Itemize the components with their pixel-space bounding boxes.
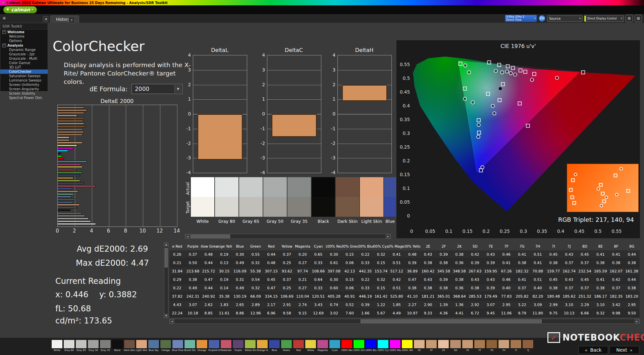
sidebar-item-spectral-power-dist[interactable]: Spectral Power Dist. [0, 96, 48, 100]
bottom-swatch-foliage[interactable]: Foliage [160, 340, 171, 352]
sidebar-item-screen-uniformity[interactable]: Screen Uniformity [0, 83, 48, 87]
bottom-swatch-2f[interactable]: 2F [426, 340, 437, 352]
sidebar-collapse-button[interactable]: ◀ [43, 16, 48, 22]
bottom-swatch-moderate-red[interactable]: Moderate Red [220, 340, 232, 352]
strip-scrollbar[interactable]: ◄ ► [185, 234, 391, 239]
bottom-swatch-7e[interactable]: 7E [462, 340, 473, 352]
gear-icon[interactable]: ⚙ [626, 15, 633, 22]
scroll-right-icon[interactable]: ► [386, 234, 390, 239]
bottom-swatch-yellow-green[interactable]: Yellow Green [245, 340, 256, 352]
patch-swatch-dark-skin[interactable]: Dark Skin [336, 177, 359, 224]
scroll-track[interactable] [174, 319, 635, 323]
bottom-swatch-purplish-blue[interactable]: Purplish Blue [208, 340, 220, 352]
scroll-left-icon[interactable]: ◄ [185, 234, 190, 239]
bottom-swatch-gray-35[interactable]: Gray 35 [100, 340, 111, 352]
display-control-dropdown[interactable]: Direct Display Control ▾ [584, 15, 624, 22]
bottom-swatch-blue-flower[interactable]: Blue Flower [172, 340, 183, 352]
sidebar-item-dynamic-range[interactable]: Dynamic Range [0, 48, 48, 52]
bottom-swatch-7g[interactable]: 7G [486, 340, 497, 352]
pin-icon[interactable]: ◉ [3, 16, 6, 20]
scroll-track[interactable] [190, 234, 386, 239]
bottom-swatch-100-yellow[interactable]: 100% Yellow [401, 340, 413, 352]
bottom-swatch-7f[interactable]: 7F [474, 340, 485, 352]
source-dropdown[interactable]: Source ▾ [547, 15, 583, 22]
scroll-thumb[interactable] [361, 319, 542, 323]
sidebar-item-screen-angularity[interactable]: Screen Angularity [0, 87, 48, 91]
calman-menu-button[interactable]: ❖ calman ▾ [3, 6, 37, 13]
bottom-swatch-100-green[interactable]: 100% Green [353, 340, 365, 352]
scroll-left-icon[interactable]: ◄ [170, 319, 174, 323]
bottom-swatch-gray-80[interactable]: Gray 80 [63, 340, 75, 352]
bottom-swatch-100-blue[interactable]: 100% Blue [365, 340, 377, 352]
collapse-expander-icon[interactable]: − [2, 44, 6, 47]
bottom-swatch-red[interactable]: Red [293, 340, 304, 352]
scroll-up-icon[interactable]: ▲ [164, 243, 168, 247]
bottom-swatch-light-skin[interactable]: Light Skin [136, 340, 147, 352]
sidebar-item-color-gamut[interactable]: Color Gamut [0, 61, 48, 65]
maximize-button[interactable]: ▢ [633, 1, 636, 4]
bottom-swatch-yellow[interactable]: Yellow [305, 340, 316, 352]
patch-swatch-blue[interactable]: Blue [384, 177, 396, 224]
table-cell: 0.51 [530, 275, 546, 284]
patch-swatch-gray-50[interactable]: Gray 50 [263, 177, 287, 224]
bottom-swatch-5d[interactable]: 5D [450, 340, 461, 352]
add-tab-button[interactable]: + [68, 17, 75, 23]
sidebar-item-screen-stability[interactable]: Screen Stability [0, 91, 48, 96]
collapse-expander-icon[interactable]: − [2, 30, 6, 34]
bottom-swatch-cyan[interactable]: Cyan [329, 340, 340, 352]
bottom-swatch-purple[interactable]: Purple [232, 340, 244, 352]
patch-swatch-gray-35[interactable]: Gray 35 [287, 177, 311, 224]
bottom-swatch-black[interactable]: Black [112, 340, 123, 352]
meter-dropdown[interactable]: X-Rite i1Pro 2 Direct View ▾ [505, 15, 537, 22]
table-vertical-scrollbar[interactable]: ▲ ▼ [164, 242, 168, 318]
bottom-swatch-orange-yellow[interactable]: Orange Yellow [257, 340, 268, 352]
bottom-swatch-bluish-green[interactable]: Bluish Green [184, 340, 196, 352]
sidebar-item-welcome[interactable]: Welcome [0, 34, 48, 39]
bottom-swatch-blue-sky[interactable]: Blue Sky [148, 340, 159, 352]
scroll-thumb[interactable] [191, 235, 230, 238]
back-button[interactable]: « Back [578, 346, 608, 354]
bottom-swatch-100-cyan[interactable]: 100% Cyan [377, 340, 389, 352]
scroll-down-icon[interactable]: ▼ [164, 314, 168, 318]
tree-section-analysis[interactable]: −Analysis [0, 43, 48, 48]
bottom-swatch-green[interactable]: Green [281, 340, 292, 352]
minimize-button[interactable]: – [628, 1, 629, 4]
bottom-swatch-100-red[interactable]: 100% Red [341, 340, 353, 352]
bottom-swatch-magenta[interactable]: Magenta [317, 340, 328, 352]
bottom-swatch-7j[interactable]: 7J [522, 340, 534, 352]
bottom-swatch-2k[interactable]: 2K [438, 340, 449, 352]
tree-section-welcome[interactable]: −Welcome [0, 30, 48, 34]
de-formula-dropdown[interactable]: 2000 ▼ [131, 84, 182, 94]
bottom-swatch-blue[interactable]: Blue [269, 340, 280, 352]
bottom-swatch-gray-65[interactable]: Gray 65 [75, 340, 87, 352]
close-button[interactable]: ✕ [639, 1, 642, 4]
sidebar-item-grayscale-2pt[interactable]: Grayscale - 2pt [0, 52, 48, 56]
bottom-swatch-dark-skin[interactable]: Dark Skin [124, 340, 135, 352]
scroll-thumb[interactable] [165, 248, 168, 267]
patch-swatch-black[interactable]: Black [312, 177, 335, 224]
table-horizontal-scrollbar[interactable]: ◄ ► [169, 319, 640, 324]
sidebar-item-saturation-sweeps[interactable]: Saturation Sweeps [0, 74, 48, 78]
sidebar-item-luminance-sweeps[interactable]: Luminance Sweeps [0, 78, 48, 83]
patch-swatch-gray-80[interactable]: Gray 80 [215, 177, 238, 224]
bottom-swatch-7h[interactable]: 7H [498, 340, 509, 352]
sidebar-item-3d-lut[interactable]: 3D LUT [0, 65, 48, 69]
bottom-swatch-gray-50[interactable]: Gray 50 [88, 340, 99, 352]
bottom-swatch-white[interactable]: White [51, 340, 63, 352]
bottom-swatch-orange[interactable]: Orange [196, 340, 208, 352]
sidebar-item-grayscale-multi[interactable]: Grayscale - Multi [0, 56, 48, 61]
bottom-swatch-2e[interactable]: 2E [414, 340, 425, 352]
layout-grid-icon[interactable]: ⊞ [635, 15, 642, 22]
sidebar-item-options[interactable]: Options [0, 39, 48, 43]
next-button[interactable]: Next » [609, 346, 639, 354]
bottom-swatch-100-magenta[interactable]: 100% Magenta [389, 340, 401, 352]
patch-swatch-white[interactable]: White [191, 177, 214, 224]
sidebar-item-colorchecker[interactable]: ColorChecker [0, 69, 48, 74]
patch-swatch-gray-65[interactable]: Gray 65 [239, 177, 263, 224]
scroll-track[interactable] [164, 247, 168, 314]
scroll-right-icon[interactable]: ► [635, 319, 639, 323]
patch-swatch-light-skin[interactable]: Light Skin [360, 177, 383, 224]
tab-history-1[interactable]: History 1 [50, 15, 79, 23]
bottom-swatch-7i[interactable]: 7I [510, 340, 522, 352]
meter-badge[interactable]: 234 [539, 15, 545, 22]
